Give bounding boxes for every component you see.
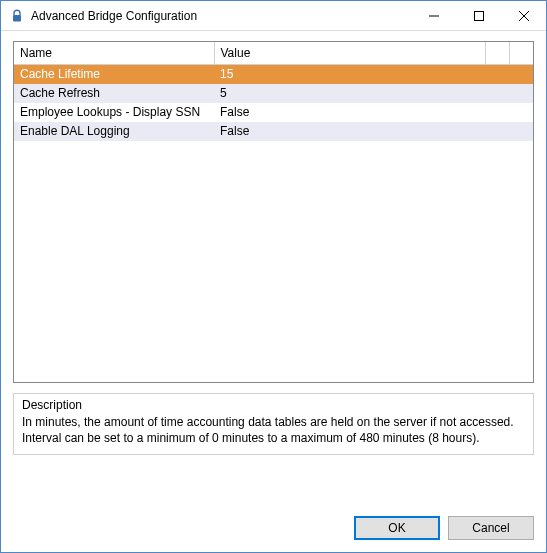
lock-icon bbox=[9, 8, 25, 24]
cell-name: Cache Lifetime bbox=[14, 65, 214, 84]
column-header-value[interactable]: Value bbox=[214, 42, 485, 65]
table-row[interactable]: Enable DAL Logging False bbox=[14, 122, 533, 141]
settings-grid[interactable]: Name Value Cache Lifetime 15 Cache Refre… bbox=[13, 41, 534, 383]
column-header-spacer bbox=[485, 42, 509, 65]
close-button[interactable] bbox=[501, 1, 546, 30]
cell-name: Cache Refresh bbox=[14, 84, 214, 103]
window-controls bbox=[411, 1, 546, 30]
maximize-button[interactable] bbox=[456, 1, 501, 30]
cell-name: Enable DAL Logging bbox=[14, 122, 214, 141]
content-area: Name Value Cache Lifetime 15 Cache Refre… bbox=[1, 31, 546, 552]
cell-value: 5 bbox=[214, 84, 533, 103]
minimize-button[interactable] bbox=[411, 1, 456, 30]
table-row[interactable]: Employee Lookups - Display SSN False bbox=[14, 103, 533, 122]
cell-value: False bbox=[214, 122, 533, 141]
cell-value: False bbox=[214, 103, 533, 122]
cell-value: 15 bbox=[214, 65, 533, 84]
description-text: In minutes, the amount of time accountin… bbox=[22, 414, 525, 446]
window-title: Advanced Bridge Configuration bbox=[31, 9, 411, 23]
column-header-spacer bbox=[509, 42, 533, 65]
description-group: Description In minutes, the amount of ti… bbox=[13, 393, 534, 455]
table-row[interactable]: Cache Refresh 5 bbox=[14, 84, 533, 103]
cancel-button[interactable]: Cancel bbox=[448, 516, 534, 540]
column-header-name[interactable]: Name bbox=[14, 42, 214, 65]
dialog-buttons: OK Cancel bbox=[13, 498, 534, 540]
title-bar: Advanced Bridge Configuration bbox=[1, 1, 546, 31]
table-row[interactable]: Cache Lifetime 15 bbox=[14, 65, 533, 84]
description-label: Description bbox=[22, 398, 525, 412]
cell-name: Employee Lookups - Display SSN bbox=[14, 103, 214, 122]
svg-rect-2 bbox=[474, 11, 483, 20]
svg-rect-0 bbox=[13, 15, 21, 22]
ok-button[interactable]: OK bbox=[354, 516, 440, 540]
